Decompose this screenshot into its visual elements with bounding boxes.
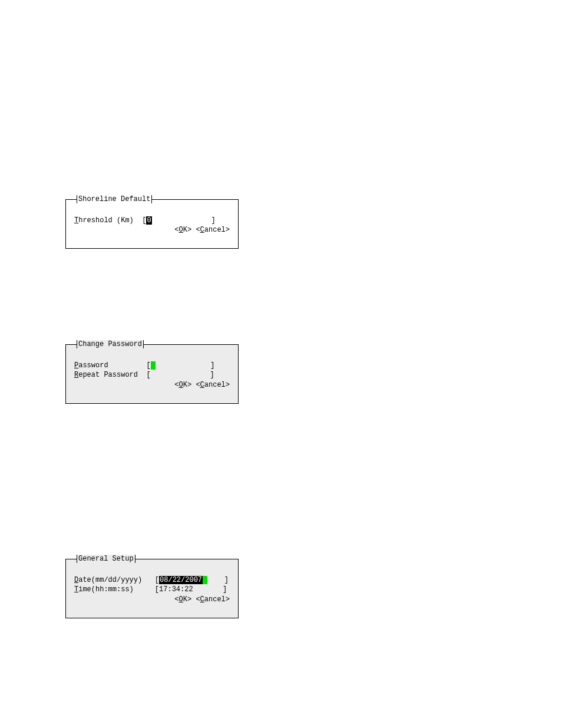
time-label: Time(hh:mm:ss) (74, 585, 134, 594)
ok-button[interactable]: <OK> (174, 226, 191, 234)
dialog-title: Shoreline Default (77, 195, 152, 203)
date-input[interactable]: 08/22/2007 (159, 576, 203, 584)
general-setup-dialog: General Setup Date(mm/dd/yyyy) [08/22/20… (65, 559, 239, 618)
ok-button[interactable]: <OK> (174, 595, 191, 604)
button-row: <OK> <Cancel> (149, 587, 230, 612)
button-row: <OK> <Cancel> (149, 373, 230, 397)
cancel-button[interactable]: <Cancel> (196, 595, 230, 604)
threshold-label: Threshold (Km) (74, 216, 134, 225)
page: Shoreline Default Threshold (Km) [0 ] <O… (0, 0, 562, 728)
repeat-password-label: Repeat Password (74, 371, 138, 379)
change-password-dialog: Change Password Password [ ] Repeat Pass… (65, 344, 239, 404)
password-row: Password [ ] (74, 361, 214, 370)
cancel-button[interactable]: <Cancel> (196, 226, 230, 234)
shoreline-default-dialog: Shoreline Default Threshold (Km) [0 ] <O… (65, 199, 239, 249)
cancel-button[interactable]: <Cancel> (196, 381, 230, 389)
date-label: Date(mm/dd/yyyy) (74, 576, 142, 584)
date-row: Date(mm/dd/yyyy) [08/22/2007 ] (74, 576, 229, 584)
dialog-title: Change Password (77, 340, 144, 348)
button-row: <OK> <Cancel> (149, 218, 230, 242)
dialog-title: General Setup (77, 555, 135, 563)
ok-button[interactable]: <OK> (174, 381, 191, 389)
password-input[interactable] (151, 361, 156, 370)
date-cursor (203, 576, 207, 584)
password-label: Password (74, 361, 108, 370)
